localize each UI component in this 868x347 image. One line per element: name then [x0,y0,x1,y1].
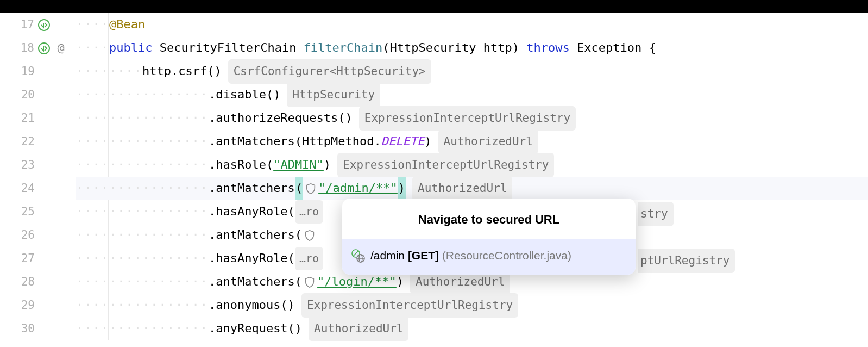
gutter-line[interactable]: 24 [0,177,68,200]
popup-title: Navigate to secured URL [342,199,636,239]
bracket-open: ( [295,177,303,200]
gutter-line[interactable]: 27 [0,247,68,270]
code-line-current[interactable]: ················ .antMatchers("/admin/**… [76,177,868,200]
gutter-line[interactable]: 21 [0,107,68,130]
gutter-line[interactable]: 18 @ [0,36,68,60]
shield-icon[interactable] [304,276,316,288]
code-line[interactable]: ················ .authorizeRequests() Ex… [76,107,868,130]
shield-icon[interactable] [305,183,317,195]
line-number: 25 [16,201,35,223]
type-hint[interactable]: AuthorizedUrl [309,317,408,341]
navigate-popup: Navigate to secured URL /admin [GET] (Re… [342,199,636,275]
code-text: .hasRole( [209,153,273,177]
code-line[interactable]: ···· @Bean [76,13,868,36]
web-endpoint-icon [351,249,365,263]
code-line[interactable]: ········ http.csrf() CsrfConfigurer<Http… [76,60,868,83]
override-icon[interactable] [37,41,51,55]
code-text: http.csrf() [142,60,222,83]
line-number: 20 [16,84,35,106]
type-hint[interactable]: AuthorizedUrl [438,129,538,154]
line-number: 22 [16,131,35,153]
code-line[interactable]: ················ .disable() HttpSecurity [76,83,868,107]
code-text: .hasAnyRole( [209,247,295,270]
string-literal: "ADMIN" [273,153,324,177]
keyword-throws: throws [519,36,577,60]
code-text: .antMatchers [209,177,295,200]
type-hint[interactable]: AuthorizedUrl [412,176,512,201]
type-hint[interactable]: HttpSecurity [287,83,380,107]
type-hint[interactable]: ExpressionInterceptUrlRegistry [359,106,576,131]
folded-params[interactable]: …ro [295,200,323,224]
gutter-line[interactable]: 23 [0,153,68,177]
line-number: 30 [16,318,35,340]
line-number: 19 [16,60,35,83]
return-type: SecurityFilterChain [152,36,303,60]
code-line[interactable]: ················ .anonymous() Expression… [76,294,868,317]
line-number: 27 [16,247,35,270]
popup-path: /admin [370,249,408,262]
method-name: filterChain [304,36,383,60]
popup-item[interactable]: /admin [GET] (ResourceController.java) [342,239,636,275]
gutter-line[interactable]: 19 [0,60,68,83]
override-icon[interactable] [37,18,51,32]
code-area[interactable]: ···· @Bean ···· public SecurityFilterCha… [73,13,868,340]
code-text: .anyRequest() [209,317,302,340]
line-number: 29 [16,294,35,317]
keyword-public: public [109,36,152,60]
line-number: 24 [16,177,35,200]
gutter-line[interactable]: 30 [0,317,68,340]
line-number: 18 [15,37,34,59]
shield-icon[interactable] [304,230,316,241]
line-number: 23 [16,154,35,176]
type-hint[interactable]: ExpressionInterceptUrlRegistry [301,293,518,318]
code-line[interactable]: ················ .hasRole("ADMIN") Expre… [76,153,868,177]
http-delete-const: DELETE [381,130,424,153]
code-text: .authorizeRequests() [209,107,353,130]
folded-params[interactable]: …ro [295,247,323,270]
popup-file: (ResourceController.java) [439,249,571,262]
gutter-line[interactable]: 28 [0,270,68,294]
code-editor: 17 18 @ 19 20 21 22 23 24 25 26 27 28 29… [0,13,868,340]
exception-type: Exception { [577,36,656,60]
window-top-bar [0,0,868,13]
annotation: @Bean [109,13,145,36]
gutter-line[interactable]: 29 [0,294,68,317]
code-text: .antMatchers( [209,224,302,247]
params: (HttpSecurity http) [382,36,519,60]
line-number: 26 [16,224,35,246]
code-text: .anonymous() [209,294,295,317]
gutter-line[interactable]: 20 [0,83,68,107]
type-hint[interactable]: CsrfConfigurer<HttpSecurity> [228,59,431,84]
line-number: 28 [16,271,35,293]
code-text: .hasAnyRole( [209,200,295,224]
code-line[interactable]: ················ .anyRequest() Authorize… [76,317,868,340]
at-icon[interactable]: @ [54,41,68,55]
bracket-close: ) [398,177,406,200]
gutter-line[interactable]: 26 [0,224,68,247]
gutter: 17 18 @ 19 20 21 22 23 24 25 26 27 28 29… [0,13,73,340]
popup-method: [GET] [408,249,439,262]
line-number: 17 [15,14,34,36]
gutter-line[interactable]: 22 [0,130,68,153]
url-pattern[interactable]: "/admin/**" [318,177,398,200]
partial-hint: stry [638,202,674,226]
gutter-line[interactable]: 17 [0,13,68,36]
code-line[interactable]: ···· public SecurityFilterChain filterCh… [76,36,868,60]
line-number: 21 [16,107,35,129]
code-line[interactable]: ················ .antMatchers(HttpMethod… [76,130,868,153]
partial-hint: ptUrlRegistry [638,249,735,273]
code-text: .antMatchers(HttpMethod. [209,130,381,153]
code-text: .disable() [209,83,280,107]
gutter-line[interactable]: 25 [0,200,68,224]
type-hint[interactable]: ExpressionInterceptUrlRegistry [337,153,554,177]
code-text: .antMatchers( [209,270,302,294]
